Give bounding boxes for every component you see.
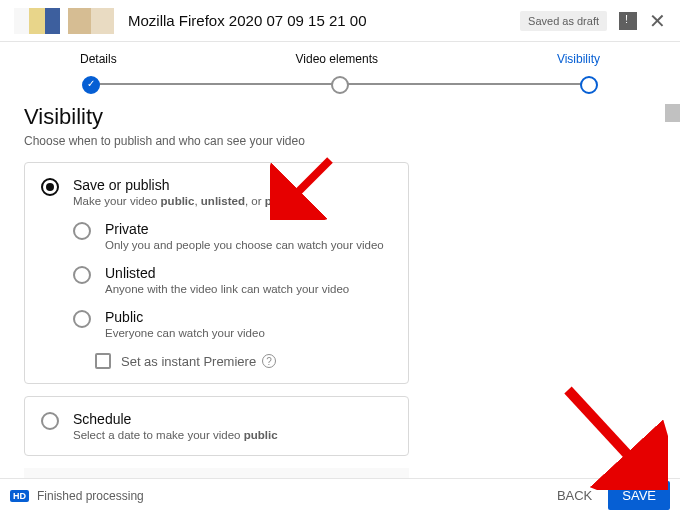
radio-icon <box>41 178 59 196</box>
checkbox-icon <box>95 353 111 369</box>
video-thumbnail-alt <box>68 8 114 34</box>
option-private[interactable]: Private Only you and people you choose c… <box>73 221 392 251</box>
radio-icon <box>73 310 91 328</box>
schedule-desc: Select a date to make your video public <box>73 429 278 441</box>
instant-premiere-checkbox[interactable]: Set as instant Premiere ? <box>95 353 392 369</box>
page-title: Visibility <box>24 104 656 130</box>
step-visibility[interactable]: Visibility <box>557 52 600 66</box>
close-icon[interactable]: ✕ <box>649 12 666 30</box>
processing-status: Finished processing <box>37 489 144 503</box>
option-unlisted[interactable]: Unlisted Anyone with the video link can … <box>73 265 392 295</box>
back-button[interactable]: BACK <box>545 481 604 510</box>
save-or-publish-radio[interactable]: Save or publish Make your video public, … <box>41 177 392 207</box>
help-icon[interactable]: ? <box>262 354 276 368</box>
option-public[interactable]: Public Everyone can watch your video <box>73 309 392 339</box>
page-subtitle: Choose when to publish and who can see y… <box>24 134 656 148</box>
save-or-publish-desc: Make your video public, unlisted, or pri… <box>73 195 302 207</box>
dialog-footer: HD Finished processing BACK SAVE <box>0 478 680 512</box>
radio-icon <box>73 222 91 240</box>
step-node-video-elements[interactable] <box>331 76 349 94</box>
step-details[interactable]: Details <box>80 52 117 66</box>
schedule-card[interactable]: Schedule Select a date to make your vide… <box>24 396 409 456</box>
schedule-title: Schedule <box>73 411 278 427</box>
hd-badge-icon: HD <box>10 490 29 502</box>
video-thumbnail <box>14 8 60 34</box>
step-node-visibility[interactable] <box>580 76 598 94</box>
feedback-icon[interactable] <box>619 12 637 30</box>
step-node-details[interactable] <box>82 76 100 94</box>
save-or-publish-title: Save or publish <box>73 177 302 193</box>
save-button[interactable]: SAVE <box>608 481 670 510</box>
scrollbar-thumb[interactable] <box>665 104 680 122</box>
saved-as-draft-chip: Saved as draft <box>520 11 607 31</box>
before-publish-panel: Before you publish, check the following: <box>24 468 409 478</box>
content-area: Visibility Choose when to publish and wh… <box>0 104 680 478</box>
radio-icon <box>41 412 59 430</box>
stepper: Details Video elements Visibility <box>0 42 680 104</box>
radio-icon <box>73 266 91 284</box>
video-title: Mozilla Firefox 2020 07 09 15 21 00 <box>128 12 366 29</box>
dialog-header: Mozilla Firefox 2020 07 09 15 21 00 Save… <box>0 0 680 42</box>
save-or-publish-card: Save or publish Make your video public, … <box>24 162 409 384</box>
step-video-elements[interactable]: Video elements <box>296 52 379 66</box>
